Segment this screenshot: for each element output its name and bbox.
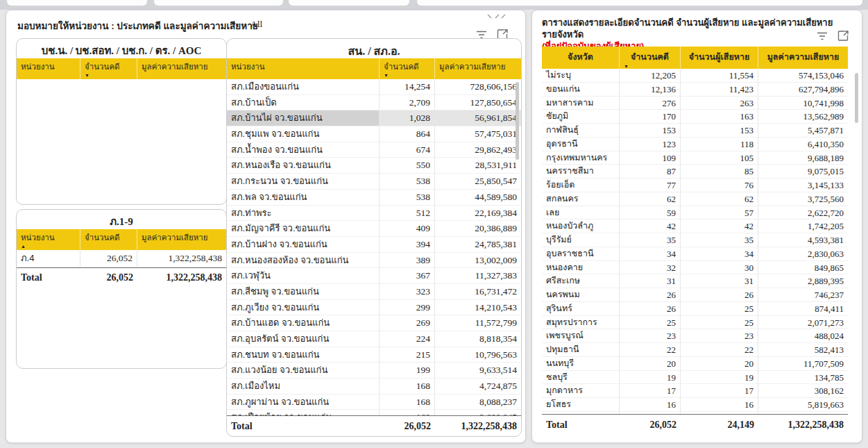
table-row[interactable]: กาฬสินธุ์1531535,457,871 bbox=[542, 124, 848, 138]
col-header-unit[interactable]: หน่วยงาน bbox=[17, 58, 80, 79]
filter-icon[interactable] bbox=[817, 32, 828, 40]
table-row[interactable]: ชลบุรี1919134,785 bbox=[542, 371, 848, 385]
focus-mode-icon[interactable] bbox=[837, 30, 849, 42]
table-row[interactable]: สภ.เมืองขอนแก่น14,254728,606,156 bbox=[227, 79, 521, 95]
table-row[interactable]: สกลนคร62623,725,560 bbox=[542, 192, 848, 206]
table-cell: 109 bbox=[620, 151, 681, 165]
table-row[interactable]: เพชรบูรณ์2323488,024 bbox=[542, 329, 848, 343]
table-cell: 28,531,911 bbox=[435, 158, 521, 174]
table-row[interactable]: สภ.บ้านฝาง จว.ขอนแก่น39424,785,381 bbox=[227, 237, 521, 253]
table-row[interactable]: นนทบุรี202011,707,509 bbox=[542, 357, 848, 371]
col-header-damage[interactable]: มูลค่าความเสียหาย bbox=[137, 58, 226, 79]
bch-table-title: บช.น. / บช.สอท. / บช.ก. / ตร. / AOC bbox=[17, 39, 226, 58]
table-row[interactable]: สุรินทร์2625874,411 bbox=[542, 302, 848, 316]
table-row[interactable]: สภ.มัญจาคีรี จว.ขอนแก่น40920,386,889 bbox=[227, 221, 521, 237]
col-header-damage[interactable]: มูลค่าความเสียหาย bbox=[758, 47, 848, 69]
table-cell: 10,741,998 bbox=[758, 97, 848, 110]
table-row[interactable]: สมุทรปราการ25252,071,273 bbox=[542, 316, 848, 330]
table-cell: 263 bbox=[681, 97, 758, 110]
table-cell: 512 bbox=[380, 206, 435, 222]
table-cell: กรุงเทพมหานคร bbox=[542, 151, 620, 165]
table-cell: หนองคาย bbox=[542, 261, 620, 275]
table-row[interactable]: ไม่ระบุ12,20511,554574,153,046 bbox=[542, 69, 848, 83]
station-table-title: สน. / สภ.อ. bbox=[227, 39, 521, 58]
table-cell: 22 bbox=[620, 343, 681, 357]
table-cell: 26 bbox=[620, 288, 681, 302]
table-row[interactable]: ปทุมธานี2222582,413 bbox=[542, 343, 848, 357]
table-cell: 874,411 bbox=[758, 302, 848, 316]
table-row[interactable]: สภ.เปือยน้อย จว.ขอนแก่น1602,600,845 bbox=[227, 410, 521, 415]
table-row[interactable]: สภ.เมืองไหม1684,724,875 bbox=[227, 379, 521, 395]
table-row[interactable]: สภ.ท่าพระ51222,169,384 bbox=[227, 206, 521, 222]
table-row[interactable]: สภ.อุบลรัตน์ จว.ขอนแก่น2248,818,354 bbox=[227, 331, 521, 347]
table-row[interactable]: สภ.บ้านแฮด จว.ขอนแก่น26911,572,799 bbox=[227, 315, 521, 331]
table-row[interactable]: สภ.หนองเรือ จว.ขอนแก่น55028,531,911 bbox=[227, 158, 521, 174]
station-table-scrollbar[interactable] bbox=[516, 82, 519, 160]
table-row[interactable]: สภ.แวงน้อย จว.ขอนแก่น1999,633,514 bbox=[227, 363, 521, 379]
table-row[interactable]: นครราชสีมา87859,075,015 bbox=[542, 165, 848, 179]
table-row[interactable]: กรุงเทพมหานคร1091059,688,189 bbox=[542, 151, 848, 165]
table-row[interactable]: ร้อยเอ็ด77763,145,133 bbox=[542, 179, 848, 192]
table-cell: 57 bbox=[681, 206, 758, 220]
table-row[interactable]: มหาสารคาม27626310,741,998 bbox=[542, 97, 848, 110]
table-cell: สภ.ภูเวียง จว.ขอนแก่น bbox=[227, 300, 380, 316]
table-cell: 62 bbox=[620, 192, 681, 206]
table-row[interactable]: ขอนแก่น12,13611,423627,794,896 bbox=[542, 83, 848, 97]
table-cell: 26,052 bbox=[80, 250, 137, 267]
table-row[interactable]: มุกดาหาร1717308,162 bbox=[542, 384, 848, 398]
table-row[interactable]: สภ.ชุมแพ จว.ขอนแก่น86457,475,031 bbox=[227, 126, 521, 142]
table-row[interactable]: เลย59572,622,720 bbox=[542, 206, 848, 220]
table-row[interactable]: สภ.บ้านเป็ด2,709127,850,654 bbox=[227, 95, 521, 111]
col-header-cases[interactable]: จำนวนคดี▼ bbox=[80, 58, 137, 79]
col-header-damage[interactable]: มูลค่าความเสียหาย bbox=[137, 229, 226, 250]
table-row[interactable]: สภ.บ้านไผ่ จว.ขอนแก่น1,02856,961,854 bbox=[227, 110, 521, 126]
table-row[interactable]: ภ.426,0521,322,258,438 bbox=[17, 250, 226, 267]
table-row[interactable]: บุรีรัมย์35354,593,381 bbox=[542, 233, 848, 247]
table-row[interactable]: สภ.ชนบท จว.ขอนแก่น21510,796,563 bbox=[227, 347, 521, 363]
table-row[interactable]: สภ.พล จว.ขอนแก่น53844,589,580 bbox=[227, 190, 521, 206]
sort-desc-icon: ▼ bbox=[624, 64, 676, 69]
table-row[interactable]: สภ.เวฬุวัน36711,327,383 bbox=[227, 268, 521, 284]
table-row[interactable]: หนองคาย3230849,865 bbox=[542, 261, 848, 275]
col-header-cases[interactable]: จำนวนคดี▼ bbox=[380, 58, 435, 79]
col-header-victims[interactable]: จำนวนผู้เสียหาย bbox=[681, 47, 758, 69]
col-header-unit[interactable]: หน่วยงาน▲ bbox=[17, 229, 80, 250]
table-row[interactable]: สภ.กระนวน จว.ขอนแก่น53825,850,547 bbox=[227, 174, 521, 190]
table-row[interactable]: พิจิตร1313400,988 bbox=[542, 412, 848, 414]
table-row[interactable]: หนองบัวลำภู42421,742,205 bbox=[542, 219, 848, 233]
table-row[interactable]: ชัยภูมิ17016313,562,989 bbox=[542, 110, 848, 124]
table-cell: 746,237 bbox=[758, 288, 848, 302]
table-row[interactable]: สภ.น้ำพอง จว.ขอนแก่น67429,862,493 bbox=[227, 142, 521, 158]
province-table-scrollbar[interactable] bbox=[855, 73, 858, 123]
table-row[interactable]: นครพนม2626746,237 bbox=[542, 288, 848, 302]
table-cell: 5,819,663 bbox=[758, 398, 848, 412]
table-row[interactable]: อุบลราชธานี34342,830,063 bbox=[542, 247, 848, 261]
table-cell: 627,794,896 bbox=[758, 83, 848, 97]
table-cell: 276 bbox=[620, 97, 681, 110]
table-cell: ร้อยเอ็ด bbox=[542, 179, 620, 192]
table-row[interactable]: สภ.ภูผาม่าน จว.ขอนแก่น1688,088,237 bbox=[227, 395, 521, 410]
table-cell: 582,413 bbox=[758, 343, 848, 357]
table-row[interactable]: สภ.ภูเวียง จว.ขอนแก่น29914,210,543 bbox=[227, 300, 521, 316]
table-row[interactable]: สภ.สีชมพู จว.ขอนแก่น32316,731,472 bbox=[227, 284, 521, 300]
col-header-cases[interactable]: จำนวนคดี▼ bbox=[620, 47, 681, 69]
table-cell: 118 bbox=[681, 138, 758, 151]
col-header-damage[interactable]: มูลค่าความเสียหาย bbox=[435, 58, 521, 79]
table-cell: 20 bbox=[620, 357, 681, 371]
col-header-cases[interactable]: จำนวนคดี bbox=[80, 229, 137, 250]
case-type-slicer-value[interactable]: All bbox=[250, 19, 262, 30]
table-cell: 35 bbox=[681, 233, 758, 247]
table-cell: 22,169,384 bbox=[435, 206, 521, 222]
table-row[interactable]: อุดรธานี1231186,410,350 bbox=[542, 138, 848, 151]
filter-icon[interactable] bbox=[476, 31, 487, 39]
table-row[interactable]: ยโสธร16165,819,663 bbox=[542, 398, 848, 412]
table-cell: 19 bbox=[620, 371, 681, 385]
table-row[interactable]: สภ.หนองสองห้อง จว.ขอนแก่น38913,002,009 bbox=[227, 253, 521, 269]
col-header-unit[interactable]: หน่วยงาน bbox=[227, 58, 380, 79]
table-cell: 76 bbox=[681, 179, 758, 192]
table-cell: เพชรบูรณ์ bbox=[542, 329, 620, 343]
table-cell: นนทบุรี bbox=[542, 357, 620, 371]
col-header-province[interactable]: จังหวัด bbox=[542, 47, 620, 69]
left-panel-title: มอบหมายให้หน่วยงาน : ประเภทคดี และมูลค่า… bbox=[17, 18, 258, 33]
table-row[interactable]: ศรีสะเกษ31312,889,395 bbox=[542, 274, 848, 288]
